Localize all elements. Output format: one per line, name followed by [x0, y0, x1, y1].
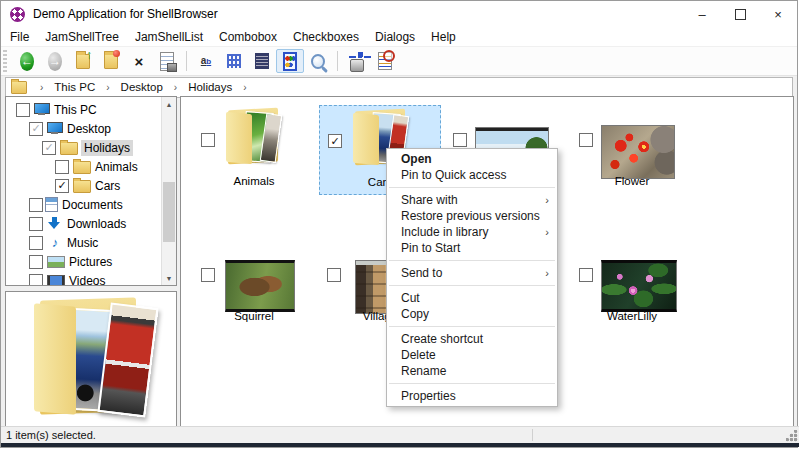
breadcrumb-segment-holidays[interactable]: Holidays — [186, 81, 234, 93]
forward-button[interactable]: → — [41, 49, 69, 73]
tree-checkbox[interactable] — [29, 122, 43, 136]
scroll-down-icon[interactable]: ▼ — [162, 271, 176, 285]
file-filter-button[interactable] — [371, 49, 399, 73]
tree-item-downloads[interactable]: Downloads — [6, 214, 176, 233]
breadcrumb: ›This PC›Desktop›Holidays› — [5, 77, 793, 98]
tree-checkbox[interactable] — [29, 255, 43, 269]
breadcrumb-segment-this-pc[interactable]: This PC — [52, 81, 97, 93]
properties-icon — [160, 52, 174, 71]
item-checkbox[interactable] — [579, 133, 593, 147]
menu-separator — [389, 383, 555, 384]
item-checkbox[interactable] — [453, 133, 467, 147]
window-controls: – × — [683, 1, 797, 27]
maximize-button[interactable] — [721, 1, 759, 27]
documents-icon — [45, 197, 58, 212]
tree-checkbox[interactable] — [29, 198, 43, 212]
tree-scrollbar[interactable]: ▲ ▼ — [161, 97, 176, 285]
maximize-icon — [735, 9, 746, 20]
details-view-button[interactable] — [248, 49, 276, 73]
tree-item-documents[interactable]: Documents — [6, 195, 176, 214]
menu-item-help[interactable]: Help — [423, 29, 464, 45]
tree-checkbox[interactable] — [29, 217, 43, 231]
context-menu-item-share-with[interactable]: Share with› — [387, 192, 557, 208]
menu-item-file[interactable]: File — [1, 29, 37, 45]
file-label: Flower — [571, 175, 693, 187]
thumbnail-view-button[interactable] — [276, 49, 304, 73]
delete-button[interactable]: × — [125, 49, 153, 73]
folder-icon — [60, 142, 78, 155]
menu-item-jamshelltree[interactable]: JamShellTree — [37, 29, 127, 45]
item-checkbox[interactable] — [579, 268, 593, 282]
pictures-icon — [47, 256, 65, 268]
context-menu-item-properties[interactable]: Properties — [387, 388, 557, 404]
computer-icon — [34, 103, 50, 116]
context-menu-item-delete[interactable]: Delete — [387, 347, 557, 363]
tree-item-videos[interactable]: Videos — [6, 271, 176, 286]
context-menu-item-copy[interactable]: Copy — [387, 306, 557, 322]
context-menu-item-open[interactable]: Open — [387, 151, 557, 167]
tree-item-cars[interactable]: Cars — [6, 176, 176, 195]
context-menu-item-rename[interactable]: Rename — [387, 363, 557, 379]
tree-checkbox[interactable] — [16, 103, 30, 117]
menu-item-jamshelllist[interactable]: JamShellList — [127, 29, 211, 45]
tree-checkbox[interactable] — [29, 236, 43, 250]
search-button[interactable] — [304, 49, 332, 73]
context-menu-item-pin-to-quick-access[interactable]: Pin to Quick access — [387, 167, 557, 183]
menu-item-combobox[interactable]: Combobox — [211, 29, 285, 45]
menu-separator — [389, 326, 555, 327]
context-menu-item-pin-to-start[interactable]: Pin to Start — [387, 240, 557, 256]
tree-checkbox[interactable] — [29, 274, 43, 287]
menu-separator — [389, 187, 555, 188]
list-view-icon — [227, 54, 241, 68]
tree-item-label: Documents — [62, 198, 123, 212]
tree-item-music[interactable]: ♪Music — [6, 233, 176, 252]
tree-item-animals[interactable]: Animals — [6, 157, 176, 176]
close-button[interactable]: × — [759, 1, 797, 27]
tree-item-label: Downloads — [67, 217, 126, 231]
computer-icon — [47, 122, 63, 135]
menu-item-dialogs[interactable]: Dialogs — [367, 29, 423, 45]
network-drive-button[interactable] — [343, 49, 371, 73]
new-badge-icon — [113, 50, 120, 57]
tree-item-this-pc[interactable]: This PC — [6, 100, 176, 119]
new-folder-button[interactable] — [97, 49, 125, 73]
tree-item-label: This PC — [54, 103, 97, 117]
tree-item-holidays[interactable]: Holidays — [6, 138, 176, 157]
tree-item-pictures[interactable]: Pictures — [6, 252, 176, 271]
context-menu-item-cut[interactable]: Cut — [387, 290, 557, 306]
folder-tree: This PCDesktopHolidaysAnimalsCarsDocumen… — [6, 97, 176, 286]
file-item-squirrel[interactable]: Squirrel — [193, 240, 315, 330]
tree-checkbox[interactable] — [42, 141, 56, 155]
status-divider — [532, 429, 533, 441]
context-menu-item-create-shortcut[interactable]: Create shortcut — [387, 331, 557, 347]
item-checkbox[interactable] — [327, 268, 341, 282]
folder-up-button[interactable]: ↑ — [69, 49, 97, 73]
resize-grip-icon[interactable] — [786, 430, 798, 442]
title-bar: Demo Application for ShellBrowser – × — [1, 1, 797, 27]
file-item-animals[interactable]: Animals — [193, 105, 315, 195]
context-menu-item-restore-previous-versions[interactable]: Restore previous versions — [387, 208, 557, 224]
back-button[interactable]: ← — [13, 49, 41, 73]
context-menu-item-include-in-library[interactable]: Include in library› — [387, 224, 557, 240]
properties-button[interactable] — [153, 49, 181, 73]
scroll-up-icon[interactable]: ▲ — [162, 97, 176, 111]
folder-icon — [73, 161, 91, 174]
list-view-button[interactable] — [220, 49, 248, 73]
tree-checkbox[interactable] — [55, 179, 69, 193]
file-item-waterlilly[interactable]: WaterLilly — [571, 240, 693, 330]
folder-thumbnail — [221, 107, 287, 167]
context-menu-item-send-to[interactable]: Send to› — [387, 265, 557, 281]
scrollbar-thumb[interactable] — [163, 182, 175, 242]
menu-item-checkboxes[interactable]: Checkboxes — [285, 29, 367, 45]
tree-item-desktop[interactable]: Desktop — [6, 119, 176, 138]
item-checkbox[interactable] — [201, 133, 215, 147]
menu-bar: FileJamShellTreeJamShellListComboboxChec… — [1, 27, 797, 47]
tree-checkbox[interactable] — [55, 160, 69, 174]
minimize-button[interactable]: – — [683, 1, 721, 27]
item-checkbox[interactable] — [328, 134, 342, 148]
item-checkbox[interactable] — [201, 268, 215, 282]
toolbar-grip[interactable] — [3, 50, 7, 72]
breadcrumb-segment-desktop[interactable]: Desktop — [119, 81, 165, 93]
file-item-flower[interactable]: Flower — [571, 105, 693, 195]
sort-button[interactable]: ab — [192, 49, 220, 73]
